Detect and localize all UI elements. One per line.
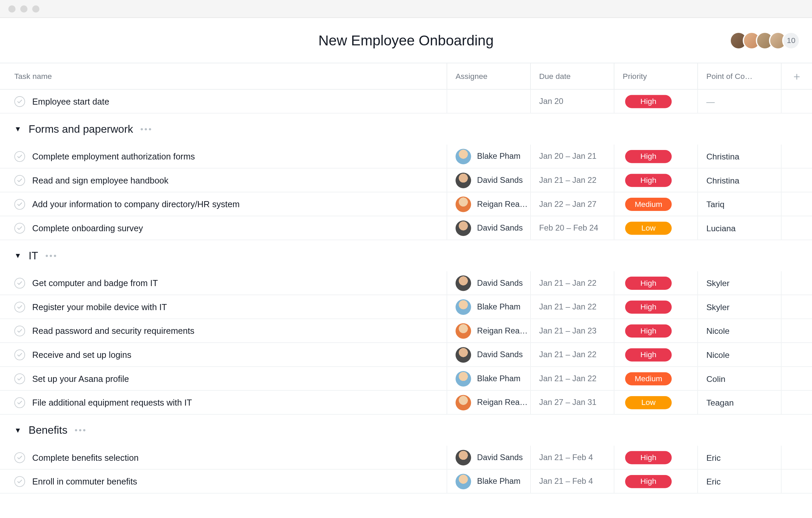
project-members[interactable]: 10 xyxy=(735,31,800,49)
task-row[interactable]: Enroll in commuter benefitsBlake PhamJan… xyxy=(0,470,812,494)
column-contact[interactable]: Point of Co… xyxy=(697,63,781,89)
due-date-cell[interactable]: Jan 27 – Jan 31 xyxy=(530,391,614,414)
task-row[interactable]: Set up your Asana profileBlake PhamJan 2… xyxy=(0,367,812,391)
section-header[interactable]: ▼IT••• xyxy=(0,240,812,271)
complete-task-button[interactable] xyxy=(14,325,25,336)
due-date-cell[interactable]: Jan 21 – Jan 22 xyxy=(530,169,614,192)
column-due-date[interactable]: Due date xyxy=(530,63,614,89)
task-row[interactable]: Complete employment authorization formsB… xyxy=(0,145,812,169)
contact-cell[interactable]: Nicole xyxy=(697,343,781,366)
section-more-icon[interactable]: ••• xyxy=(45,251,58,260)
complete-task-button[interactable] xyxy=(14,278,25,288)
traffic-light-minimize[interactable] xyxy=(20,5,27,12)
task-name[interactable]: Set up your Asana profile xyxy=(32,374,129,383)
task-row[interactable]: Receive and set up loginsDavid SandsJan … xyxy=(0,343,812,367)
due-date-cell[interactable]: Jan 21 – Jan 22 xyxy=(530,343,614,366)
chevron-down-icon[interactable]: ▼ xyxy=(14,252,21,260)
priority-pill-high[interactable]: High xyxy=(625,150,672,163)
due-date-cell[interactable]: Jan 22 – Jan 27 xyxy=(530,192,614,216)
complete-task-button[interactable] xyxy=(14,476,25,487)
priority-pill-medium[interactable]: Medium xyxy=(625,372,672,385)
task-name[interactable]: Employee start date xyxy=(32,96,109,106)
task-name[interactable]: Read password and security requirements xyxy=(32,326,194,336)
project-title[interactable]: New Employee Onboarding xyxy=(318,32,494,48)
assignee-cell[interactable]: David Sands xyxy=(455,450,523,465)
contact-cell[interactable]: Colin xyxy=(697,367,781,390)
chevron-down-icon[interactable]: ▼ xyxy=(14,426,21,434)
task-name[interactable]: Read and sign employee handbook xyxy=(32,175,168,185)
member-overflow-count[interactable]: 10 xyxy=(782,31,800,49)
complete-task-button[interactable] xyxy=(14,452,25,463)
contact-cell[interactable]: Teagan xyxy=(697,391,781,414)
column-task-name[interactable]: Task name xyxy=(0,63,447,89)
task-name[interactable]: File additional equipment requests with … xyxy=(32,397,192,407)
complete-task-button[interactable] xyxy=(14,151,25,162)
complete-task-button[interactable] xyxy=(14,96,25,107)
complete-task-button[interactable] xyxy=(14,222,25,233)
priority-pill-high[interactable]: High xyxy=(625,174,672,187)
task-name[interactable]: Receive and set up logins xyxy=(32,350,131,359)
assignee-cell[interactable]: Blake Pham xyxy=(455,474,520,489)
add-column-button[interactable]: ＋ xyxy=(781,63,812,89)
task-row[interactable]: Read and sign employee handbookDavid San… xyxy=(0,169,812,193)
task-name[interactable]: Register your mobile device with IT xyxy=(32,302,167,311)
assignee-cell[interactable]: David Sands xyxy=(455,275,523,291)
contact-cell[interactable]: Christina xyxy=(697,169,781,192)
priority-pill-medium[interactable]: Medium xyxy=(625,197,672,211)
contact-cell[interactable]: Skyler xyxy=(697,271,781,295)
priority-pill-high[interactable]: High xyxy=(625,348,672,361)
task-row[interactable]: Read password and security requirementsR… xyxy=(0,319,812,343)
task-name[interactable]: Complete benefits selection xyxy=(32,453,138,462)
section-more-icon[interactable]: ••• xyxy=(140,124,153,134)
complete-task-button[interactable] xyxy=(14,199,25,210)
column-assignee[interactable]: Assignee xyxy=(447,63,530,89)
assignee-cell[interactable]: David Sands xyxy=(455,347,523,362)
complete-task-button[interactable] xyxy=(14,175,25,186)
contact-cell[interactable]: Christina xyxy=(697,145,781,168)
due-date-cell[interactable]: Jan 21 – Jan 22 xyxy=(530,271,614,295)
task-name[interactable]: Complete onboarding survey xyxy=(32,223,143,233)
priority-pill-high[interactable]: High xyxy=(625,276,672,289)
due-date-cell[interactable]: Jan 21 – Feb 4 xyxy=(530,470,614,493)
priority-pill-low[interactable]: Low xyxy=(625,396,672,409)
contact-cell[interactable]: Eric xyxy=(697,470,781,493)
due-date-cell[interactable]: Jan 20 xyxy=(530,90,614,113)
task-row[interactable]: Employee start dateJan 20High— xyxy=(0,90,812,114)
due-date-cell[interactable]: Jan 21 – Jan 22 xyxy=(530,295,614,319)
task-row[interactable]: Add your information to company director… xyxy=(0,192,812,216)
priority-pill-high[interactable]: High xyxy=(625,95,672,108)
assignee-cell[interactable]: Blake Pham xyxy=(455,299,520,315)
assignee-cell[interactable]: Blake Pham xyxy=(455,371,520,386)
task-name[interactable]: Complete employment authorization forms xyxy=(32,151,195,161)
due-date-cell[interactable]: Feb 20 – Feb 24 xyxy=(530,216,614,240)
due-date-cell[interactable]: Jan 21 – Jan 22 xyxy=(530,367,614,390)
due-date-cell[interactable]: Jan 21 – Jan 23 xyxy=(530,319,614,342)
complete-task-button[interactable] xyxy=(14,301,25,312)
assignee-cell[interactable]: Reigan Rea… xyxy=(455,196,527,212)
column-priority[interactable]: Priority xyxy=(614,63,697,89)
assignee-cell[interactable]: David Sands xyxy=(455,172,523,188)
complete-task-button[interactable] xyxy=(14,397,25,408)
due-date-cell[interactable]: Jan 20 – Jan 21 xyxy=(530,145,614,168)
priority-pill-high[interactable]: High xyxy=(625,324,672,337)
priority-pill-high[interactable]: High xyxy=(625,451,672,464)
traffic-light-zoom[interactable] xyxy=(32,5,39,12)
task-name[interactable]: Get computer and badge from IT xyxy=(32,278,158,287)
contact-cell[interactable]: Nicole xyxy=(697,319,781,342)
task-row[interactable]: Get computer and badge from ITDavid Sand… xyxy=(0,271,812,295)
section-header[interactable]: ▼Benefits••• xyxy=(0,415,812,446)
task-row[interactable]: Complete onboarding surveyDavid SandsFeb… xyxy=(0,216,812,240)
assignee-cell[interactable]: Reigan Rea… xyxy=(455,395,527,410)
section-header[interactable]: ▼Forms and paperwork••• xyxy=(0,113,812,145)
traffic-light-close[interactable] xyxy=(8,5,16,12)
contact-cell[interactable]: Skyler xyxy=(697,295,781,319)
due-date-cell[interactable]: Jan 21 – Feb 4 xyxy=(530,446,614,469)
task-row[interactable]: File additional equipment requests with … xyxy=(0,391,812,415)
contact-cell[interactable]: — xyxy=(697,90,781,113)
task-name[interactable]: Enroll in commuter benefits xyxy=(32,476,137,486)
assignee-cell[interactable]: David Sands xyxy=(455,220,523,236)
complete-task-button[interactable] xyxy=(14,373,25,384)
assignee-cell[interactable]: Reigan Rea… xyxy=(455,323,527,339)
section-more-icon[interactable]: ••• xyxy=(74,425,87,435)
priority-pill-low[interactable]: Low xyxy=(625,221,672,235)
